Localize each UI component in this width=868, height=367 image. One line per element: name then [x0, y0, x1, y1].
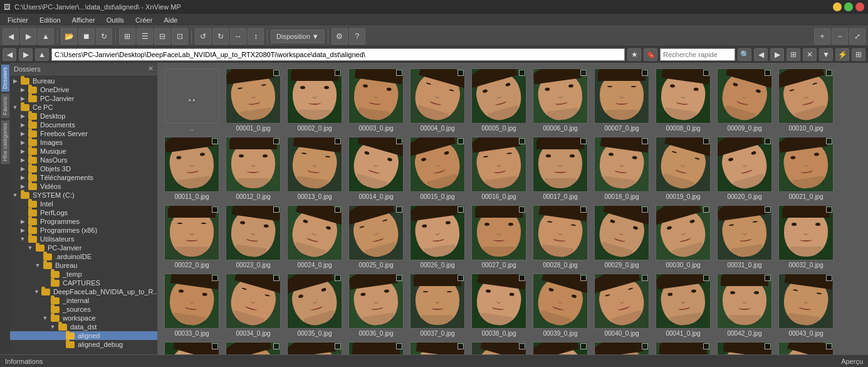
tree-item[interactable]: aligned — [10, 331, 157, 340]
thumb-checkbox[interactable] — [396, 138, 402, 144]
list-item[interactable]: 00038_0.jpg — [469, 272, 529, 339]
tree-area[interactable]: ▶Bureau▶OneDrive▶PC-Janvier▼Ce PC▶Deskto… — [10, 75, 157, 354]
thumb-checkbox[interactable] — [703, 275, 709, 281]
list-item[interactable]: 00030_0.jpg — [653, 203, 713, 270]
thumb-checkbox[interactable] — [458, 343, 464, 349]
list-item[interactable]: 00052_0.jpg — [653, 340, 713, 354]
addr-forward[interactable]: ▶ — [19, 48, 33, 61]
list-item[interactable]: 00026_0.jpg — [407, 203, 468, 270]
tree-item[interactable]: .arduinoIDE — [10, 252, 157, 261]
thumb-checkbox[interactable] — [826, 138, 832, 144]
tree-item[interactable]: ▼Ce PC — [10, 103, 157, 112]
list-item[interactable]: 00024_0.jpg — [285, 203, 345, 270]
list-item[interactable]: .... — [162, 66, 222, 134]
toolbar-list[interactable]: ☰ — [137, 28, 153, 45]
addr-nav-next[interactable]: ▶ — [770, 48, 784, 61]
thumb-checkbox[interactable] — [212, 138, 218, 144]
tree-item[interactable]: ▼DeepFaceLab_NVIDIA_up_to_R... — [10, 287, 157, 296]
side-tab-dossiers[interactable]: Dossiers — [1, 64, 10, 92]
tree-item[interactable]: ▶Bureau — [10, 77, 157, 85]
toolbar-rotate-r[interactable]: ↻ — [212, 28, 229, 45]
thumb-checkbox[interactable] — [335, 275, 341, 281]
addr-bookmark[interactable]: 🔖 — [644, 48, 657, 61]
thumb-checkbox[interactable] — [335, 138, 341, 144]
thumb-checkbox[interactable] — [273, 275, 280, 281]
list-item[interactable]: 00051_0.jpg — [592, 340, 652, 354]
thumb-checkbox[interactable] — [580, 70, 587, 76]
toolbar-stop[interactable]: ⏹ — [78, 28, 95, 45]
list-item[interactable]: 00048_0.jpg — [407, 340, 468, 354]
thumb-checkbox[interactable] — [826, 206, 832, 213]
side-tab-favoris[interactable]: Favoris — [1, 93, 10, 119]
tree-item[interactable]: PerfLogs — [10, 208, 157, 217]
list-item[interactable]: 00020_0.jpg — [714, 135, 775, 202]
thumb-checkbox[interactable] — [703, 206, 709, 213]
list-item[interactable]: 00050_0.jpg — [530, 340, 590, 354]
list-item[interactable]: 00008_0.jpg — [653, 66, 713, 134]
tree-item[interactable]: ▶Vidéos — [10, 182, 157, 191]
toolbar-zoom-out[interactable]: − — [832, 28, 848, 45]
thumb-checkbox[interactable] — [642, 275, 648, 281]
list-item[interactable]: 00037_0.jpg — [407, 272, 468, 339]
tree-item[interactable]: ▶OneDrive — [10, 85, 157, 94]
list-item[interactable]: 00028_0.jpg — [530, 203, 590, 270]
thumb-checkbox[interactable] — [826, 70, 832, 76]
thumb-checkbox[interactable] — [396, 70, 402, 76]
address-input[interactable] — [51, 48, 625, 61]
list-item[interactable]: 00014_0.jpg — [346, 135, 406, 202]
tree-item[interactable]: ▶PC-Janvier — [10, 94, 157, 103]
list-item[interactable]: 00012_0.jpg — [223, 135, 283, 202]
thumb-checkbox[interactable] — [458, 275, 464, 281]
menu-afficher[interactable]: Afficher — [67, 15, 100, 25]
list-item[interactable]: 00010_0.jpg — [776, 66, 836, 134]
tree-item[interactable]: ▶Objets 3D — [10, 164, 157, 173]
maximize-button[interactable] — [844, 3, 853, 11]
tree-item[interactable]: Intel — [10, 199, 157, 208]
list-item[interactable]: 00047_0.jpg — [346, 340, 406, 354]
list-item[interactable]: 00045_0.jpg — [223, 340, 283, 354]
thumb-checkbox[interactable] — [580, 206, 587, 213]
thumb-checkbox[interactable] — [335, 343, 341, 349]
tree-item[interactable]: ▼workspace — [10, 314, 157, 322]
toolbar-flip-h[interactable]: ↔ — [230, 28, 246, 45]
list-item[interactable]: 00046_0.jpg — [285, 340, 345, 354]
list-item[interactable]: 00033_0.jpg — [162, 272, 222, 339]
thumb-checkbox[interactable] — [273, 70, 280, 76]
toolbar-settings[interactable]: ⚙ — [332, 28, 348, 45]
menu-aide[interactable]: Aide — [159, 15, 182, 25]
thumb-checkbox[interactable] — [458, 206, 464, 213]
disposition-button[interactable]: Disposition ▼ — [271, 29, 325, 43]
addr-nav-prev[interactable]: ◀ — [754, 48, 768, 61]
thumb-checkbox[interactable] — [458, 70, 464, 76]
tree-item[interactable]: CAPTURES — [10, 279, 157, 287]
list-item[interactable]: 00036_0.jpg — [346, 272, 406, 339]
addr-delete[interactable]: ✕ — [803, 48, 817, 61]
list-item[interactable]: 00003_0.jpg — [346, 66, 406, 134]
thumb-checkbox[interactable] — [642, 138, 648, 144]
menu-creer[interactable]: Créer — [130, 15, 158, 25]
thumb-checkbox[interactable] — [580, 343, 587, 349]
thumb-checkbox[interactable] — [396, 275, 402, 281]
list-item[interactable]: 00029_0.jpg — [592, 203, 652, 270]
menu-fichier[interactable]: Fichier — [3, 15, 33, 25]
tree-item[interactable]: ▶Documents — [10, 120, 157, 129]
tree-item[interactable]: ▶Téléchargements — [10, 173, 157, 182]
list-item[interactable]: 00007_0.jpg — [592, 66, 652, 134]
tree-item[interactable]: ▶Images — [10, 138, 157, 147]
toolbar-zoom-in[interactable]: + — [814, 28, 830, 45]
toolbar-fit[interactable]: ⤢ — [849, 28, 865, 45]
addr-back[interactable]: ◀ — [3, 48, 16, 61]
thumb-checkbox[interactable] — [273, 343, 280, 349]
toolbar-details[interactable]: ⊟ — [154, 28, 170, 45]
list-item[interactable]: 00025_0.jpg — [346, 203, 406, 270]
side-tab-categories[interactable]: Hîre catégories — [1, 120, 10, 164]
list-item[interactable]: 00034_0.jpg — [223, 272, 283, 339]
thumb-checkbox[interactable] — [519, 138, 525, 144]
list-item[interactable]: 00032_0.jpg — [776, 203, 836, 270]
thumb-checkbox[interactable] — [765, 206, 771, 213]
thumb-checkbox[interactable] — [458, 138, 464, 144]
title-bar-controls[interactable] — [833, 3, 864, 11]
panel-close[interactable]: ✕ — [148, 65, 154, 73]
list-item[interactable]: 00001_0.jpg — [223, 66, 283, 134]
thumb-checkbox[interactable] — [765, 70, 771, 76]
